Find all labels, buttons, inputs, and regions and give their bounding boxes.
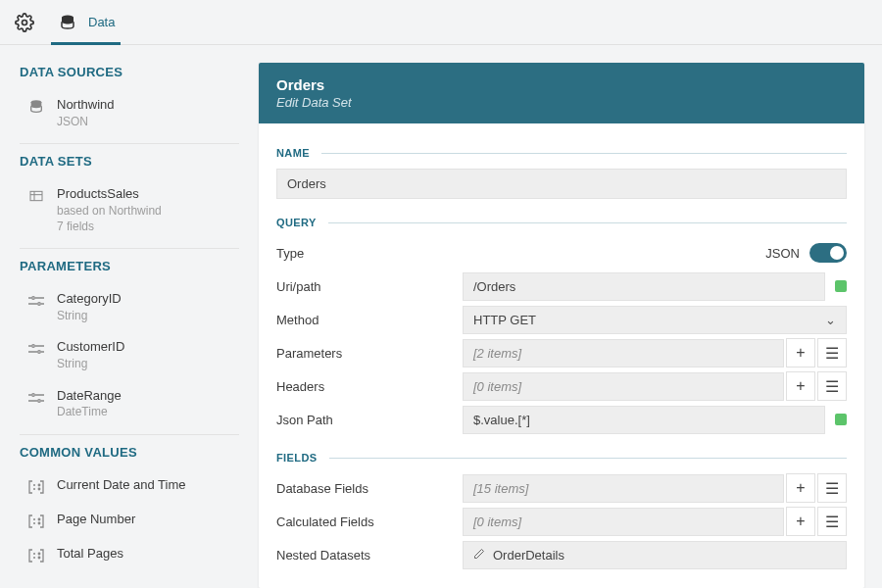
common-value-item[interactable]: Page Number — [0, 504, 259, 538]
dataset-sub2: 7 fields — [57, 219, 162, 234]
svg-point-10 — [38, 484, 40, 486]
dbfields-label: Database Fields — [276, 481, 463, 496]
dataset-sub1: based on Northwind — [57, 203, 162, 219]
brackets-icon — [27, 513, 45, 530]
data-sets-heading: DATA SETS — [20, 154, 239, 169]
common-value-item[interactable]: Total Pages — [0, 538, 259, 572]
add-button[interactable]: + — [786, 371, 815, 401]
status-indicator — [835, 414, 847, 425]
list-button[interactable]: ☰ — [817, 371, 847, 401]
name-input[interactable] — [276, 169, 847, 199]
database-icon — [27, 98, 45, 116]
panel-subtitle: Edit Data Set — [276, 95, 847, 110]
uri-label: Uri/path — [276, 279, 463, 294]
svg-point-6 — [32, 345, 35, 348]
headers-label: Headers — [276, 379, 463, 394]
param-type: DateTime — [57, 404, 122, 419]
section-fields: FIELDS — [276, 452, 847, 464]
common-name: Page Number — [57, 512, 135, 528]
section-query: QUERY — [276, 217, 847, 228]
status-indicator — [835, 280, 847, 292]
dataset-name: ProductsSales — [57, 186, 162, 203]
data-sources-heading: DATA SOURCES — [20, 65, 239, 79]
headers-input[interactable]: [0 items] — [463, 372, 784, 401]
svg-point-14 — [38, 553, 40, 555]
common-name: Total Pages — [57, 546, 123, 563]
pencil-icon — [473, 548, 485, 560]
svg-point-8 — [32, 393, 35, 396]
svg-point-7 — [38, 351, 41, 354]
gear-icon[interactable] — [14, 12, 35, 33]
svg-point-5 — [38, 303, 41, 306]
common-values-heading: COMMON VALUES — [20, 445, 239, 460]
parameter-item[interactable]: DateRange DateTime — [0, 380, 259, 428]
source-name: Northwind — [57, 97, 115, 114]
svg-rect-3 — [30, 191, 42, 200]
source-sub: JSON — [57, 114, 115, 129]
brackets-icon — [27, 478, 45, 496]
method-label: Method — [276, 313, 463, 327]
list-button[interactable]: ☰ — [817, 338, 847, 368]
brackets-icon — [27, 547, 45, 564]
param-name: DateRange — [57, 388, 122, 405]
type-value: JSON — [765, 246, 800, 261]
parameters-label: Parameters — [276, 346, 463, 361]
dataset-item[interactable]: ProductsSales based on Northwind 7 field… — [0, 178, 259, 242]
parameters-heading: PARAMETERS — [20, 259, 239, 273]
add-button[interactable]: + — [786, 473, 815, 503]
type-toggle[interactable] — [809, 243, 847, 263]
add-button[interactable]: + — [786, 507, 815, 536]
method-select[interactable]: HTTP GET ⌄ — [463, 306, 847, 334]
common-value-item[interactable]: Current Date and Time — [0, 469, 259, 504]
common-name: Current Date and Time — [57, 477, 186, 494]
tab-label: Data — [88, 15, 115, 29]
database-icon — [57, 12, 78, 33]
dbfields-input[interactable]: [15 items] — [463, 474, 784, 503]
nested-label: Nested Datasets — [276, 548, 463, 563]
svg-point-13 — [38, 522, 40, 524]
chevron-down-icon: ⌄ — [825, 313, 836, 327]
nested-input[interactable]: OrderDetails — [463, 541, 847, 569]
section-name: NAME — [276, 147, 847, 159]
table-icon — [27, 187, 45, 205]
param-name: CategoryID — [57, 291, 122, 308]
param-icon — [27, 389, 45, 407]
data-source-item[interactable]: Northwind JSON — [0, 89, 259, 137]
uri-input[interactable]: /Orders — [463, 272, 825, 301]
type-label: Type — [276, 246, 463, 261]
param-type: String — [57, 308, 122, 323]
list-button[interactable]: ☰ — [817, 473, 847, 503]
svg-point-12 — [38, 518, 40, 520]
svg-point-0 — [23, 20, 27, 24]
parameter-item[interactable]: CustomerID String — [0, 331, 259, 379]
param-type: String — [57, 356, 124, 371]
calcfields-label: Calculated Fields — [276, 514, 463, 529]
tab-data[interactable]: Data — [57, 0, 115, 45]
jsonpath-input[interactable]: $.value.[*] — [463, 406, 825, 434]
svg-point-15 — [38, 557, 40, 559]
param-icon — [27, 292, 45, 310]
param-icon — [27, 340, 45, 358]
edit-panel: Orders Edit Data Set NAME QUERY Type JSO… — [259, 45, 882, 588]
param-name: CustomerID — [57, 339, 124, 356]
topbar: Data — [0, 0, 882, 45]
panel-title: Orders — [276, 76, 847, 93]
sidebar: DATA SOURCES Northwind JSON DATA SETS Pr… — [0, 45, 259, 588]
svg-point-9 — [38, 399, 41, 402]
svg-point-11 — [38, 488, 40, 490]
panel-header: Orders Edit Data Set — [259, 63, 864, 123]
calcfields-input[interactable]: [0 items] — [463, 508, 784, 536]
list-button[interactable]: ☰ — [817, 507, 847, 536]
parameters-input[interactable]: [2 items] — [463, 339, 784, 368]
add-button[interactable]: + — [786, 338, 815, 368]
parameter-item[interactable]: CategoryID String — [0, 283, 259, 331]
jsonpath-label: Json Path — [276, 413, 463, 427]
svg-point-4 — [32, 297, 35, 300]
